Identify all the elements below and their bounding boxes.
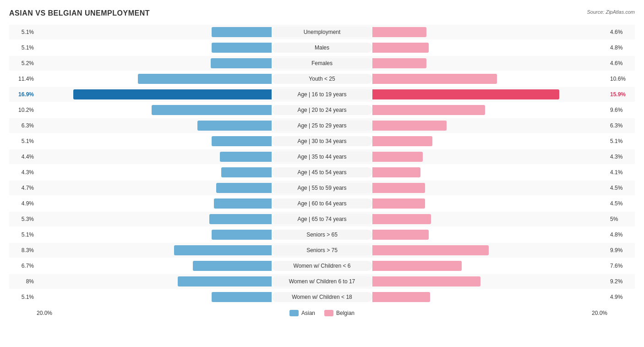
bar-row: 10.2% Age | 20 to 24 years 9.6%: [9, 103, 635, 117]
right-value: 4.8%: [607, 44, 635, 51]
belgian-bar: [372, 105, 485, 115]
left-bar-container: [37, 275, 272, 287]
asian-bar: [73, 89, 272, 99]
belgian-bar: [372, 43, 429, 53]
asian-bar: [214, 198, 272, 209]
bar-row: 5.1% Unemployment 4.6%: [9, 25, 635, 39]
row-label: Age | 65 to 74 years: [272, 214, 372, 224]
rows-area: 5.1% Unemployment 4.6% 5.1% Males 4.8% 5…: [9, 25, 635, 304]
asian-bar: [221, 167, 272, 177]
left-value: 8.3%: [9, 247, 37, 253]
bar-row: 5.3% Age | 65 to 74 years 5%: [9, 212, 635, 226]
row-label: Seniors > 75: [272, 245, 372, 255]
left-value: 4.4%: [9, 154, 37, 160]
right-value: 4.8%: [607, 231, 635, 238]
left-bar-container: [37, 229, 272, 241]
left-bar-container: [37, 135, 272, 147]
left-value: 10.2%: [9, 107, 37, 113]
legend-area: 20.0% Asian Belgian 20.0%: [9, 310, 635, 316]
belgian-bar: [372, 198, 425, 209]
belgian-bar: [372, 74, 497, 84]
belgian-bar: [372, 136, 432, 146]
bar-row: 4.7% Age | 55 to 59 years 4.5%: [9, 181, 635, 195]
right-bar-container: [372, 151, 607, 163]
right-bar-container: [372, 120, 607, 132]
left-value: 5.1%: [9, 231, 37, 238]
row-label: Age | 35 to 44 years: [272, 152, 372, 162]
row-label: Age | 60 to 64 years: [272, 198, 372, 209]
right-value: 7.6%: [607, 263, 635, 269]
belgian-color-box: [324, 310, 333, 316]
left-bar-container: [37, 166, 272, 178]
right-value: 4.1%: [607, 169, 635, 176]
row-label: Age | 30 to 34 years: [272, 136, 372, 146]
chart-container: ASIAN VS BELGIAN UNEMPLOYMENT Source: Zi…: [0, 0, 644, 335]
left-bar-container: [37, 151, 272, 163]
asian-bar: [212, 136, 272, 146]
belgian-bar: [372, 214, 431, 224]
belgian-bar: [372, 276, 480, 286]
bar-row: 6.3% Age | 25 to 29 years 6.3%: [9, 118, 635, 133]
right-value: 4.9%: [607, 294, 635, 300]
right-value: 9.6%: [607, 107, 635, 113]
left-value: 11.4%: [9, 76, 37, 82]
left-value: 5.2%: [9, 60, 37, 66]
right-value: 5.1%: [607, 138, 635, 144]
right-bar-container: [372, 42, 607, 54]
row-label: Age | 20 to 24 years: [272, 105, 372, 115]
bar-row: 8% Women w/ Children 6 to 17 9.2%: [9, 274, 635, 289]
row-label: Unemployment: [272, 27, 372, 37]
bar-row: 4.3% Age | 45 to 54 years 4.1%: [9, 165, 635, 180]
right-value: 6.3%: [607, 122, 635, 129]
belgian-bar: [372, 58, 426, 68]
right-bar-container: [372, 135, 607, 147]
left-bar-container: [37, 260, 272, 272]
bar-row: 8.3% Seniors > 75 9.9%: [9, 243, 635, 258]
left-value: 8%: [9, 278, 37, 285]
row-label: Women w/ Children 6 to 17: [272, 276, 372, 286]
belgian-bar: [372, 167, 420, 177]
belgian-bar: [372, 27, 426, 37]
left-value: 4.7%: [9, 185, 37, 191]
left-value: 5.1%: [9, 29, 37, 35]
legend-scale-right: 20.0%: [592, 310, 607, 316]
left-bar-container: [37, 182, 272, 194]
left-value: 5.1%: [9, 294, 37, 300]
chart-header: ASIAN VS BELGIAN UNEMPLOYMENT Source: Zi…: [9, 9, 635, 17]
right-bar-container: [372, 244, 607, 256]
belgian-bar: [372, 89, 559, 99]
legend-item-belgian: Belgian: [324, 310, 355, 316]
right-value: 9.9%: [607, 247, 635, 253]
left-bar-container: [37, 198, 272, 209]
right-bar-container: [372, 198, 607, 209]
bar-row: 6.7% Women w/ Children < 6 7.6%: [9, 259, 635, 273]
right-bar-container: [372, 182, 607, 194]
right-bar-container: [372, 57, 607, 69]
asian-bar: [220, 152, 272, 162]
bar-row: 5.1% Women w/ Children < 18 4.9%: [9, 290, 635, 304]
right-value: 10.6%: [607, 76, 635, 82]
right-value: 4.6%: [607, 60, 635, 66]
legend-center: Asian Belgian: [289, 310, 355, 316]
left-bar-container: [37, 104, 272, 116]
right-bar-container: [372, 275, 607, 287]
left-value: 5.1%: [9, 44, 37, 51]
asian-bar: [138, 74, 272, 84]
bar-row: 4.4% Age | 35 to 44 years 4.3%: [9, 149, 635, 164]
asian-bar: [152, 105, 272, 115]
asian-bar: [212, 230, 272, 240]
right-bar-container: [372, 260, 607, 272]
belgian-bar: [372, 245, 489, 255]
belgian-bar: [372, 152, 423, 162]
bar-row: 5.1% Age | 30 to 34 years 5.1%: [9, 134, 635, 149]
asian-bar: [174, 245, 272, 255]
asian-label: Asian: [301, 310, 315, 316]
legend-item-asian: Asian: [289, 310, 315, 316]
row-label: Age | 25 to 29 years: [272, 121, 372, 131]
asian-bar: [178, 276, 272, 286]
row-label: Age | 45 to 54 years: [272, 167, 372, 177]
chart-title: ASIAN VS BELGIAN UNEMPLOYMENT: [9, 9, 150, 17]
asian-bar: [211, 58, 272, 68]
left-value: 5.1%: [9, 138, 37, 144]
asian-bar: [193, 261, 272, 271]
